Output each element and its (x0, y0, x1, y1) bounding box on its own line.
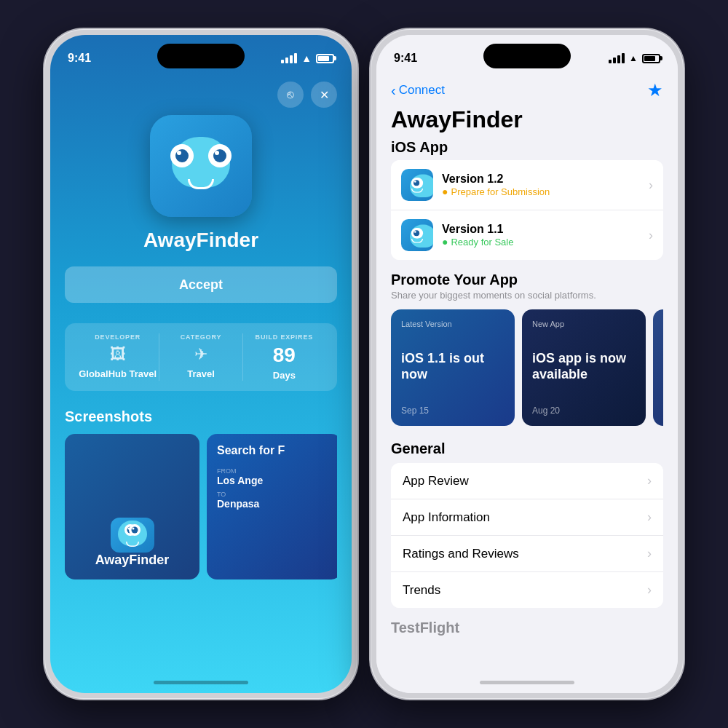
version-list: Version 1.2 ● Prepare for Submission › (391, 160, 663, 260)
expires-unit: Days (273, 370, 296, 381)
testflight-label: TestFlight (391, 620, 459, 636)
mini-owl-face (122, 521, 143, 550)
dynamic-island-left (157, 44, 245, 68)
battery-icon-left (316, 54, 334, 63)
developer-icon: 🖼 (110, 345, 126, 364)
back-button[interactable]: ‹ Connect (391, 82, 445, 99)
back-label: Connect (399, 83, 445, 98)
left-phone: 9:41 t.me/aaplpro ▲ ⎋ ✕ (44, 29, 357, 699)
promo-card-1-label: Latest Version (401, 320, 505, 328)
category-label: CATEGORY (181, 333, 221, 341)
general-list: App Review › App Information › Ratings a… (391, 463, 663, 608)
general-title: General (376, 440, 678, 463)
ratings-label: Ratings and Reviews (403, 547, 519, 561)
time-left: 9:41 (68, 52, 91, 65)
from-label: FROM (217, 467, 263, 475)
promo-card-1-title: iOS 1.1 is out now (401, 351, 505, 382)
right-phone: 9:41 t.me/aaplpro ▲ ‹ (371, 29, 684, 699)
home-indicator-right (480, 681, 574, 684)
status-green-dot: ● (442, 236, 448, 248)
signal-icon-left (281, 53, 297, 63)
version-11-info: Version 1.1 ● Ready for Sale (442, 223, 640, 248)
screenshot-2: Search for F FROM Los Ange TO (207, 434, 337, 579)
time-right: 9:41 (394, 52, 417, 65)
to-label: TO (217, 491, 259, 498)
mini-owl-icon (111, 518, 154, 553)
promo-card-3[interactable] (653, 309, 663, 426)
promo-card-2[interactable]: New App iOS app is now available Aug 20 (522, 309, 646, 426)
version-11-label: Version 1.1 (442, 223, 640, 236)
trends-label: Trends (403, 583, 440, 598)
version-12-item[interactable]: Version 1.2 ● Prepare for Submission › (391, 160, 663, 210)
general-item-app-review[interactable]: App Review › (391, 463, 663, 499)
wifi-icon-right: ▲ (629, 53, 638, 63)
expires-label: BUILD EXPIRES (256, 333, 313, 341)
info-row: DEVELOPER 🖼 GlobalHub Travel CATEGORY ✈ … (65, 323, 337, 391)
status-yellow-dot: ● (442, 186, 448, 197)
general-item-ratings[interactable]: Ratings and Reviews › (391, 535, 663, 571)
accept-button[interactable]: Accept (65, 266, 337, 303)
screenshot-1: AwayFinder (65, 434, 199, 579)
app-review-label: App Review (403, 474, 469, 488)
category-value: Travel (187, 368, 215, 379)
developer-label: DEVELOPER (95, 333, 141, 341)
status-green-text: Ready for Sale (451, 237, 513, 248)
promo-card-2-title: iOS app is now available (532, 351, 636, 382)
screenshots-title: Screenshots (65, 408, 337, 425)
developer-cell: DEVELOPER 🖼 GlobalHub Travel (76, 333, 159, 381)
promote-subtitle: Share your biggest moments on social pla… (391, 290, 663, 301)
asc-content[interactable]: ‹ Connect ★ AwayFinder iOS App (376, 74, 678, 693)
version-12-status: ● Prepare for Submission (442, 186, 640, 197)
battery-icon-right (642, 54, 660, 63)
back-chevron-icon: ‹ (391, 82, 396, 99)
developer-value: GlobalHub Travel (79, 368, 157, 379)
app-review-chevron-icon: › (647, 473, 652, 488)
promote-title: Promote Your App (391, 272, 663, 288)
owl-illustration (165, 137, 237, 195)
action-buttons: ⎋ ✕ (65, 82, 337, 108)
app-name-large: AwayFinder (143, 229, 258, 252)
version-12-icon (401, 169, 433, 201)
close-button[interactable]: ✕ (311, 82, 337, 108)
app-icon-large (150, 115, 252, 217)
wifi-icon-left: ▲ (301, 52, 312, 64)
general-item-app-information[interactable]: App Information › (391, 499, 663, 535)
star-button[interactable]: ★ (647, 80, 663, 100)
promote-cards: Latest Version iOS 1.1 is out now Sep 15… (391, 309, 663, 426)
from-value: Los Ange (217, 475, 263, 486)
general-section: General App Review › App Information › R… (376, 435, 678, 608)
screenshots-section: Screenshots AwayFinder (65, 408, 337, 579)
version-12-chevron-icon: › (649, 178, 653, 193)
route-from: FROM Los Ange (217, 467, 331, 486)
promo-card-2-date: Aug 20 (532, 405, 636, 416)
app-information-chevron-icon: › (647, 510, 652, 525)
screenshots-row: AwayFinder Search for F FROM Los Ange (65, 434, 337, 579)
dynamic-island-right (483, 44, 571, 68)
promo-card-1-date: Sep 15 (401, 405, 505, 416)
expires-cell: BUILD EXPIRES 89 Days (242, 333, 325, 381)
version-12-info: Version 1.2 ● Prepare for Submission (442, 173, 640, 197)
status-icons-right: ▲ (609, 53, 660, 63)
promo-card-1[interactable]: Latest Version iOS 1.1 is out now Sep 15 (391, 309, 515, 426)
category-icon: ✈ (194, 345, 207, 364)
route-info: FROM Los Ange TO Denpasa (217, 467, 331, 510)
category-cell: CATEGORY ✈ Travel (159, 333, 242, 381)
screenshot2-title: Search for F (217, 444, 331, 457)
testflight-section: TestFlight (376, 608, 678, 642)
ratings-chevron-icon: › (647, 546, 652, 561)
status-yellow-text: Prepare for Submission (451, 186, 550, 197)
app-information-label: App Information (403, 510, 490, 525)
expires-days: 89 (273, 345, 296, 365)
general-item-trends[interactable]: Trends › (391, 571, 663, 608)
signal-icon-right (609, 53, 625, 63)
status-icons-left: ▲ (281, 52, 334, 64)
app-title: AwayFinder (376, 100, 678, 133)
promote-section: Promote Your App Share your biggest mome… (376, 260, 678, 435)
version-11-item[interactable]: Version 1.1 ● Ready for Sale › (391, 210, 663, 260)
route-to: TO Denpasa (217, 491, 331, 510)
ios-section-title: iOS App (376, 133, 678, 160)
share-button[interactable]: ⎋ (277, 82, 304, 108)
promo-card-2-label: New App (532, 320, 636, 328)
screenshot1-app-name: AwayFinder (95, 553, 170, 568)
version-11-status: ● Ready for Sale (442, 236, 640, 248)
